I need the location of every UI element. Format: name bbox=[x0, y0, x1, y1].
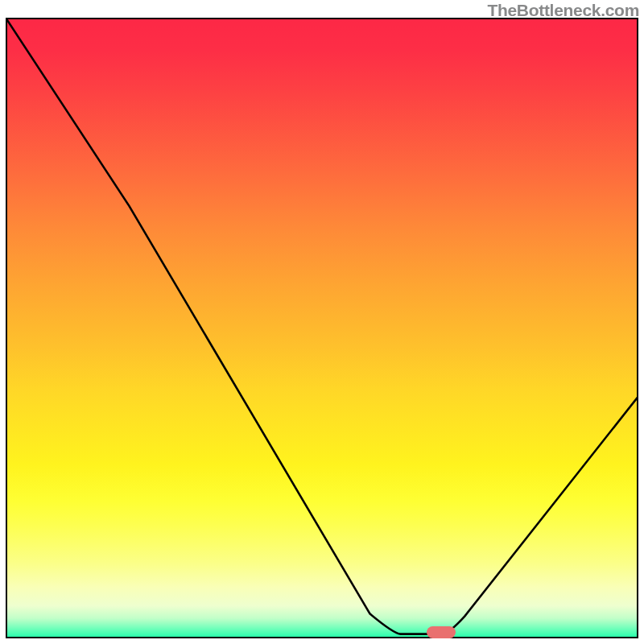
chart-curve-layer bbox=[6, 18, 638, 638]
optimal-marker bbox=[427, 626, 456, 638]
bottleneck-curve bbox=[6, 18, 638, 634]
